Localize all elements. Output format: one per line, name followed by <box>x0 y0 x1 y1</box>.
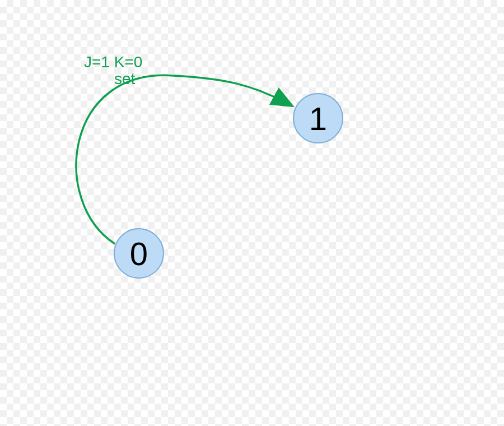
state-0-label: 0 <box>130 235 148 272</box>
state-node-0: 0 <box>114 228 164 279</box>
transition-arrow <box>0 0 504 426</box>
transition-condition-label: J=1 K=0 <box>84 53 142 72</box>
transition-action-label: set <box>114 70 135 89</box>
state-1-label: 1 <box>309 100 327 137</box>
state-diagram: J=1 K=0 set 0 1 <box>0 0 504 426</box>
state-node-1: 1 <box>293 93 343 143</box>
